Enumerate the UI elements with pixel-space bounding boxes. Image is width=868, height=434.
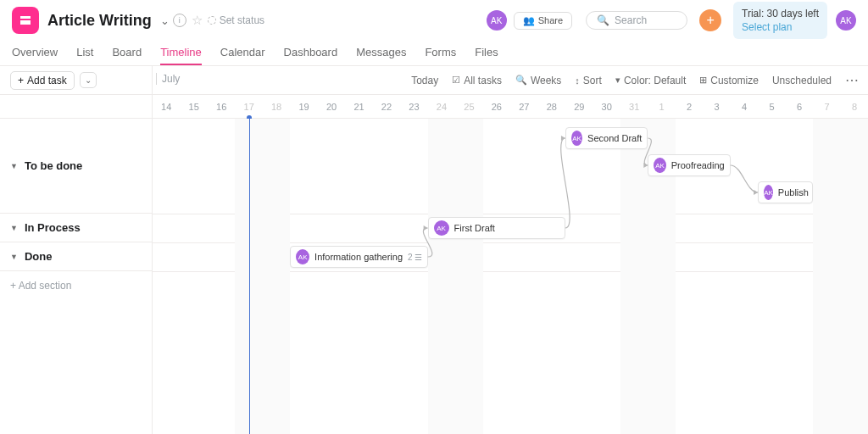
date-cell: 31 (620, 95, 648, 118)
customize-button[interactable]: ⊞Customize (699, 75, 759, 86)
set-status-button[interactable]: Set status (208, 14, 264, 26)
all-tasks-label: All tasks (464, 75, 502, 86)
project-tabs: Overview List Board Timeline Calendar Da… (0, 41, 868, 66)
tab-messages[interactable]: Messages (356, 46, 406, 65)
date-cell: 16 (208, 95, 235, 118)
trial-banner[interactable]: Trial: 30 days left Select plan (733, 2, 827, 39)
date-header: 1415161718192021222324252627282930311234… (0, 95, 868, 119)
tab-files[interactable]: Files (475, 46, 498, 65)
date-cell: 7 (813, 95, 840, 118)
timeline-body: ▼To be done ▼In Process ▼Done + Add sect… (0, 119, 868, 434)
task-bar[interactable]: AKSecond Draft (565, 127, 648, 149)
info-icon[interactable]: i (173, 14, 186, 27)
assignee-avatar: AK (654, 158, 665, 173)
people-icon: 👥 (523, 15, 535, 26)
trial-days-label: Trial: 30 days left (742, 7, 819, 20)
search-placeholder: Search (615, 14, 647, 26)
color-icon: ▾ (615, 75, 620, 86)
tab-dashboard[interactable]: Dashboard (284, 46, 338, 65)
sort-button[interactable]: ↕Sort (575, 75, 602, 86)
date-cell: 24 (428, 95, 455, 118)
date-cell: 21 (345, 95, 372, 118)
date-cell: 1 (648, 95, 675, 118)
all-tasks-filter[interactable]: ☑All tasks (452, 75, 502, 86)
project-title[interactable]: Article Writing (47, 12, 152, 30)
tab-board[interactable]: Board (112, 46, 142, 65)
date-cell: 29 (565, 95, 593, 118)
project-menu-chevron-icon[interactable]: ⌄ (157, 14, 173, 27)
share-button[interactable]: 👥 Share (514, 12, 572, 30)
month-label: July (156, 73, 180, 85)
status-dot-icon (208, 16, 216, 25)
date-cell: 23 (400, 95, 427, 118)
svg-rect-0 (20, 16, 31, 19)
color-button[interactable]: ▾Color: Default (615, 75, 686, 86)
task-label: Information gathering (314, 252, 403, 262)
date-cell: 3 (703, 95, 730, 118)
task-bar[interactable]: AKFirst Draft (428, 217, 565, 239)
add-task-button[interactable]: +Add task (10, 71, 75, 90)
date-cell: 28 (538, 95, 565, 118)
gantt-chart[interactable]: AKSecond DraftAKProofreadingAKPublishAKF… (153, 119, 868, 434)
sort-label: Sort (583, 75, 602, 86)
task-bar[interactable]: AKProofreading (648, 154, 730, 176)
assignee-avatar: AK (434, 220, 449, 236)
check-circle-icon: ☑ (452, 75, 460, 86)
top-bar: Article Writing ⌄ i ☆ Set status AK 👥 Sh… (0, 0, 868, 41)
tab-forms[interactable]: Forms (425, 46, 456, 65)
section-sidebar: ▼To be done ▼In Process ▼Done + Add sect… (0, 119, 153, 434)
section-done[interactable]: ▼Done (0, 242, 152, 271)
date-cell: 27 (510, 95, 537, 118)
member-avatar[interactable]: AK (487, 10, 507, 31)
tab-list[interactable]: List (76, 46, 93, 65)
task-bar[interactable]: AKInformation gathering2 ☰ (290, 246, 427, 268)
date-cell: 20 (318, 95, 345, 118)
zoom-weeks[interactable]: 🔍Weeks (515, 75, 561, 86)
unscheduled-button[interactable]: Unscheduled (772, 75, 832, 86)
date-cell: 4 (731, 95, 758, 118)
add-section-button[interactable]: + Add section (0, 271, 152, 300)
today-button[interactable]: Today (411, 75, 438, 86)
section-in-process[interactable]: ▼In Process (0, 214, 152, 242)
date-cell: 14 (153, 95, 180, 118)
collapse-icon: ▼ (10, 253, 18, 261)
subtask-count: 2 ☰ (408, 253, 422, 262)
zoom-label: Weeks (531, 75, 561, 86)
add-task-dropdown[interactable]: ⌄ (80, 72, 97, 88)
task-label: Second Draft (587, 133, 642, 143)
select-plan-link[interactable]: Select plan (742, 20, 819, 34)
subtask-icon: ☰ (415, 253, 422, 262)
task-bar[interactable]: AKPublish (758, 181, 813, 203)
assignee-avatar: AK (571, 131, 582, 146)
customize-icon: ⊞ (699, 75, 707, 86)
date-cell: 15 (180, 95, 207, 118)
section-to-be-done[interactable]: ▼To be done (0, 119, 152, 214)
plus-icon: + (18, 75, 24, 86)
global-add-button[interactable]: + (699, 9, 721, 31)
color-label: Color: Default (624, 75, 686, 86)
date-cell: 17 (235, 95, 262, 118)
set-status-label: Set status (220, 14, 264, 26)
more-icon[interactable]: ⋯ (845, 72, 860, 88)
user-avatar[interactable]: AK (836, 10, 856, 31)
date-cell: 8 (841, 95, 868, 118)
project-icon[interactable] (12, 7, 39, 34)
tab-overview[interactable]: Overview (12, 46, 58, 65)
assignee-avatar: AK (296, 249, 309, 264)
date-cell: 6 (786, 95, 813, 118)
date-cell: 25 (455, 95, 482, 118)
date-cell: 26 (483, 95, 510, 118)
svg-rect-1 (20, 20, 31, 25)
project-glyph-icon (19, 14, 32, 27)
timeline-toolbar: +Add task ⌄ July Today ☑All tasks 🔍Weeks… (0, 66, 868, 95)
star-icon[interactable]: ☆ (186, 13, 208, 28)
share-label: Share (538, 15, 563, 25)
collapse-icon: ▼ (10, 224, 18, 232)
tab-timeline[interactable]: Timeline (160, 46, 202, 65)
search-input[interactable]: 🔍 Search (586, 11, 687, 30)
sort-icon: ↕ (575, 75, 580, 86)
date-cell: 22 (373, 95, 400, 118)
tab-calendar[interactable]: Calendar (220, 46, 265, 65)
customize-label: Customize (710, 75, 759, 86)
date-cell: 5 (758, 95, 785, 118)
